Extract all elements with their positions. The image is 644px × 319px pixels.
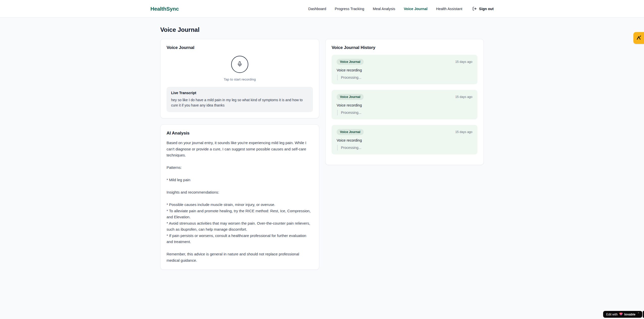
edit-with-label: Edit with [606, 313, 618, 316]
history-card-title: Voice Journal History [332, 45, 477, 50]
lovable-heart-icon [619, 312, 623, 317]
top-navbar: HealthSync Dashboard Progress Tracking M… [0, 0, 644, 18]
entry-timestamp: 15 days ago [455, 130, 472, 134]
app-logo[interactable]: HealthSync [150, 6, 179, 12]
lovable-brand-label: lovable [624, 313, 635, 316]
entry-timestamp: 15 days ago [455, 95, 472, 99]
nav-item-health-assistant[interactable]: Health Assistant [436, 7, 462, 11]
tap-to-record-hint: Tap to start recording [167, 77, 313, 81]
logout-icon [472, 7, 477, 11]
live-transcript-text: hey so like I do have a mild pain in my … [171, 97, 308, 108]
main-content: Voice Journal Voice Journal [160, 18, 484, 270]
entry-label: Voice recording [337, 68, 472, 72]
history-entry[interactable]: Voice Journal 15 days ago Voice recordin… [332, 55, 477, 84]
offscreen-badge-sliver [643, 311, 644, 318]
nav-item-voice-journal[interactable]: Voice Journal [404, 7, 427, 11]
nav-item-meal-analysis[interactable]: Meal Analysis [373, 7, 395, 11]
nav-item-progress-tracking[interactable]: Progress Tracking [335, 7, 364, 11]
entry-status: Processing... [337, 110, 472, 115]
microphone-icon [237, 61, 243, 68]
entry-label: Voice recording [337, 138, 472, 142]
ai-analysis-title: AI Analysis [167, 131, 313, 136]
close-icon[interactable]: × [638, 312, 639, 314]
page-title: Voice Journal [160, 26, 484, 33]
edit-with-lovable-badge[interactable]: Edit with lovable × [603, 311, 642, 318]
entry-type-badge: Voice Journal [337, 129, 364, 135]
entry-timestamp: 15 days ago [455, 60, 472, 64]
voice-journal-history-card: Voice Journal History Voice Journal 15 d… [325, 39, 484, 165]
live-transcript-title: Live Transcript [171, 91, 308, 95]
nav-item-dashboard[interactable]: Dashboard [308, 7, 326, 11]
recorder-card-title: Voice Journal [167, 45, 313, 50]
entry-type-badge: Voice Journal [337, 94, 364, 100]
history-entry[interactable]: Voice Journal 15 days ago Voice recordin… [332, 90, 477, 119]
sign-out-button[interactable]: Sign out [472, 7, 494, 11]
entry-status: Processing... [337, 145, 472, 150]
entry-type-badge: Voice Journal [337, 59, 364, 65]
lovable-logo-icon [636, 35, 641, 41]
entry-status: Processing... [337, 75, 472, 80]
live-transcript-box: Live Transcript hey so like I do have a … [167, 87, 313, 112]
entry-label: Voice recording [337, 103, 472, 107]
record-button[interactable] [231, 56, 248, 73]
lovable-edge-tab[interactable] [633, 32, 644, 44]
history-entry[interactable]: Voice Journal 15 days ago Voice recordin… [332, 125, 477, 154]
sign-out-label: Sign out [479, 7, 494, 11]
main-nav: Dashboard Progress Tracking Meal Analysi… [308, 7, 494, 11]
history-list: Voice Journal 15 days ago Voice recordin… [332, 55, 477, 154]
voice-recorder-card: Voice Journal Tap to start recording [160, 39, 319, 118]
ai-analysis-card: AI Analysis Based on your journal entry,… [160, 124, 319, 270]
ai-analysis-body: Based on your journal entry, it sounds l… [167, 140, 313, 263]
